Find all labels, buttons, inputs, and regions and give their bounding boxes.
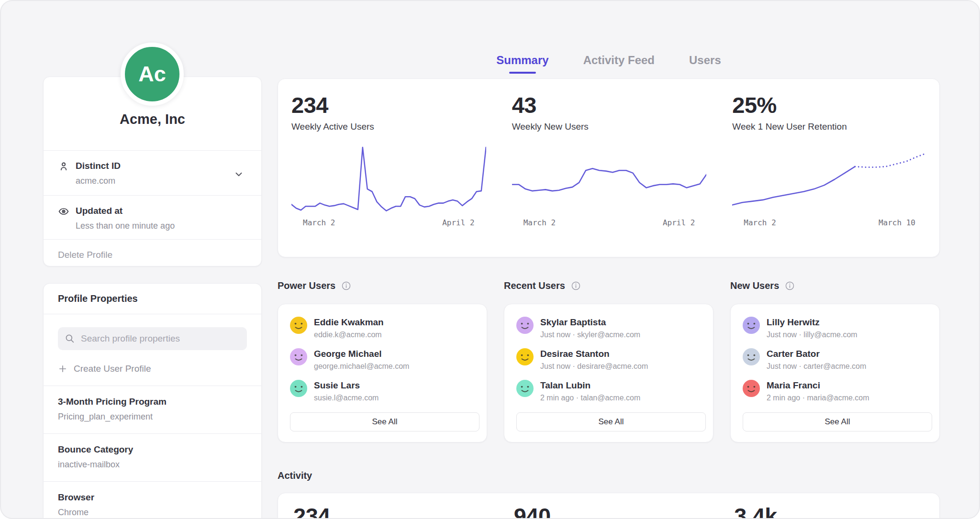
- user-card: Eddie Kwakman eddie.k@acme.com George Mi…: [278, 304, 487, 442]
- info-icon[interactable]: [785, 281, 795, 291]
- info-icon[interactable]: [571, 281, 581, 291]
- property-value: Pricing_plan_experiment: [58, 411, 247, 422]
- x-axis-labels: March 2 March 10: [732, 215, 927, 227]
- line-chart: [512, 144, 707, 215]
- chevron-down-icon[interactable]: [234, 169, 244, 179]
- user-avatar: [743, 317, 760, 334]
- user-avatar: [743, 380, 760, 397]
- user-info: Talan Lubin 2 min ago · talan@acme.com: [540, 380, 640, 403]
- x-axis-label-end: April 2: [663, 218, 695, 227]
- stat-label: Weekly Active Users: [291, 121, 486, 132]
- list-item-carter-bator[interactable]: Carter Bator Just now · carter@acme.com: [743, 348, 932, 373]
- company-avatar: Ac: [121, 43, 184, 106]
- user-meta: george.michael@acme.com: [314, 362, 409, 371]
- info-icon[interactable]: [341, 281, 351, 291]
- distinct-id-label: Distinct ID: [76, 160, 233, 172]
- property-row-bounce-category[interactable]: Bounce Category inactive-mailbox: [44, 434, 261, 481]
- user-avatar: [743, 348, 760, 365]
- x-axis-labels: March 2 April 2: [291, 215, 486, 227]
- list-title: Power Users: [278, 280, 335, 291]
- user-info: Lilly Herwitz Just now · lilly@acme.com: [767, 317, 858, 340]
- list-title: Recent Users: [504, 280, 565, 291]
- activity-stat-value: 234: [278, 503, 499, 519]
- user-avatar: [516, 348, 534, 365]
- user-list-recent-users: Recent Users Skylar Baptista Just now · …: [504, 278, 713, 442]
- distinct-id-row[interactable]: Distinct ID acme.com: [44, 151, 261, 195]
- stat-column-weekly-active-users: 234 Weekly Active Users March 2 April 2: [278, 79, 499, 257]
- user-meta: Just now · carter@acme.com: [767, 362, 866, 371]
- user-meta: eddie.k@acme.com: [314, 330, 384, 340]
- avatar-face: [290, 348, 307, 365]
- user-card: Skylar Baptista Just now · skyler@acme.c…: [504, 304, 713, 442]
- property-name: Bounce Category: [58, 443, 247, 455]
- chart-line-active-users: [291, 147, 486, 211]
- user-meta: Just now · desirare@acme.com: [540, 362, 648, 371]
- company-initials: Ac: [138, 62, 166, 87]
- user-lists-row: Power Users Eddie Kwakman eddie.k@acme.c…: [278, 278, 940, 442]
- list-item-desirae-stanton[interactable]: Desirae Stanton Just now · desirare@acme…: [516, 348, 706, 373]
- stat-value: 25%: [732, 93, 927, 117]
- x-axis-label-end: April 2: [442, 218, 474, 227]
- list-item-skylar-baptista[interactable]: Skylar Baptista Just now · skyler@acme.c…: [516, 317, 706, 341]
- avatar-face: [516, 348, 534, 365]
- list-item-eddie-kwakman[interactable]: Eddie Kwakman eddie.k@acme.com: [290, 317, 479, 341]
- user-info: Eddie Kwakman eddie.k@acme.com: [314, 317, 384, 340]
- chart-line-retention: [732, 166, 855, 205]
- user-name: Lilly Herwitz: [767, 317, 858, 328]
- person-icon: [58, 161, 69, 172]
- search-input[interactable]: [80, 333, 240, 344]
- user-avatar: [516, 380, 534, 397]
- activity-stat-value: 3.4k: [719, 503, 939, 519]
- user-name: George Michael: [314, 348, 409, 360]
- tab-summary[interactable]: Summary: [496, 54, 548, 74]
- user-name: Carter Bator: [767, 348, 866, 360]
- user-info: Skylar Baptista Just now · skyler@acme.c…: [540, 317, 640, 340]
- list-item-susie-lars[interactable]: Susie Lars susie.l@acme.com: [290, 380, 479, 404]
- see-all-button[interactable]: See All: [290, 412, 479, 431]
- property-row-browser[interactable]: Browser Chrome: [44, 482, 261, 519]
- stat-column-week-1-new-user-retention: 25% Week 1 New User Retention March 2 Ma…: [719, 79, 939, 257]
- stat-value: 234: [291, 93, 486, 117]
- avatar-face: [743, 348, 760, 365]
- create-user-profile-button[interactable]: Create User Profile: [58, 363, 247, 375]
- overview-card: 234 Weekly Active Users March 2 April 2 …: [278, 78, 940, 257]
- user-meta: Just now · skyler@acme.com: [540, 330, 640, 340]
- list-item-maria-franci[interactable]: Maria Franci 2 min ago · maria@acme.com: [743, 380, 932, 404]
- user-info: Desirae Stanton Just now · desirare@acme…: [540, 348, 648, 371]
- list-item-talan-lubin[interactable]: Talan Lubin 2 min ago · talan@acme.com: [516, 380, 706, 404]
- see-all-button[interactable]: See All: [516, 412, 706, 431]
- see-all-button[interactable]: See All: [743, 412, 932, 431]
- property-row-3-month-pricing-program[interactable]: 3-Month Pricing Program Pricing_plan_exp…: [44, 386, 261, 433]
- user-avatar: [516, 317, 534, 334]
- x-axis-label-start: March 2: [303, 218, 335, 227]
- tab-activity-feed[interactable]: Activity Feed: [583, 54, 655, 74]
- property-name: 3-Month Pricing Program: [58, 396, 247, 408]
- activity-grid: 2349403.4k: [278, 493, 939, 519]
- tab-bar: SummaryActivity FeedUsers: [278, 54, 940, 74]
- activity-stat-value: 940: [499, 503, 719, 519]
- user-avatar: [290, 348, 307, 365]
- plus-icon: [58, 364, 67, 374]
- user-avatar: [290, 317, 307, 334]
- user-meta: Just now · lilly@acme.com: [767, 330, 858, 340]
- search-icon: [65, 333, 75, 344]
- property-value: Chrome: [58, 507, 247, 518]
- user-name: Eddie Kwakman: [314, 317, 384, 328]
- x-axis-label-end: March 10: [879, 218, 915, 227]
- avatar-face: [290, 317, 307, 334]
- list-item-george-michael[interactable]: George Michael george.michael@acme.com: [290, 348, 479, 373]
- tab-users[interactable]: Users: [689, 54, 721, 74]
- overview-grid: 234 Weekly Active Users March 2 April 2 …: [278, 79, 939, 257]
- stat-column-weekly-new-users: 43 Weekly New Users March 2 April 2: [499, 79, 719, 257]
- profile-properties-search[interactable]: [58, 327, 247, 350]
- user-name: Maria Franci: [767, 380, 869, 391]
- eye-icon: [58, 206, 69, 217]
- delete-profile-button[interactable]: Delete Profile: [44, 240, 261, 270]
- avatar-face: [743, 317, 760, 334]
- list-header: Power Users: [278, 278, 487, 293]
- line-chart: [732, 144, 927, 215]
- activity-card: 2349403.4k: [278, 493, 940, 519]
- list-item-lilly-herwitz[interactable]: Lilly Herwitz Just now · lilly@acme.com: [743, 317, 932, 341]
- app-window: Ac Acme, Inc Distinct ID acme.com Update…: [0, 0, 980, 519]
- user-info: Carter Bator Just now · carter@acme.com: [767, 348, 866, 371]
